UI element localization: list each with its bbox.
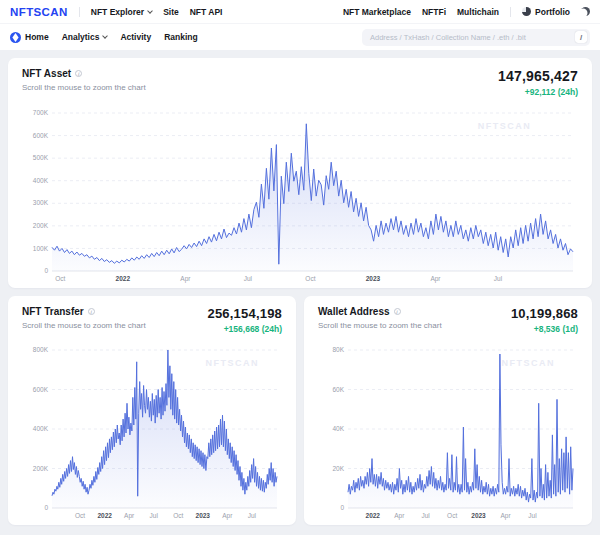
- svg-text:Oct: Oct: [305, 275, 315, 282]
- svg-text:Apr: Apr: [180, 275, 191, 283]
- nav-nftfi[interactable]: NFTFi: [422, 7, 446, 17]
- svg-text:2023: 2023: [366, 275, 381, 282]
- bottom-cards-row: NFT Transfer Scroll the mouse to zoom th…: [8, 296, 592, 525]
- svg-text:40K: 40K: [332, 425, 344, 432]
- card-header: Wallet Address Scroll the mouse to zoom …: [318, 306, 578, 334]
- info-icon[interactable]: [75, 70, 82, 77]
- card-title: NFT Asset: [22, 68, 146, 79]
- card-title: Wallet Address: [318, 306, 442, 317]
- svg-text:Oct: Oct: [447, 512, 457, 519]
- nav-home[interactable]: Home: [10, 32, 49, 43]
- svg-text:300K: 300K: [33, 199, 49, 206]
- svg-text:200K: 200K: [33, 465, 49, 472]
- chevron-down-icon: [103, 33, 109, 39]
- svg-text:NFTSCAN: NFTSCAN: [502, 358, 556, 368]
- card-title: NFT Transfer: [22, 306, 146, 317]
- svg-text:2023: 2023: [196, 512, 211, 519]
- svg-text:100K: 100K: [33, 245, 49, 252]
- nav-nft-explorer[interactable]: NFT Explorer: [91, 7, 152, 17]
- svg-text:Oct: Oct: [173, 512, 183, 519]
- svg-text:Apr: Apr: [500, 512, 511, 520]
- nav-activity[interactable]: Activity: [120, 32, 151, 42]
- nftscan-logo[interactable]: NFTSCAN: [10, 6, 68, 18]
- nav-portfolio[interactable]: Portfolio: [522, 7, 570, 17]
- svg-text:0: 0: [340, 504, 344, 511]
- nft-asset-total-value: 147,965,427: [498, 68, 578, 84]
- svg-text:Jul: Jul: [150, 512, 159, 519]
- svg-text:0: 0: [44, 267, 48, 274]
- svg-text:800K: 800K: [33, 346, 49, 353]
- card-subtitle: Scroll the mouse to zoom the chart: [22, 321, 146, 330]
- chevron-down-icon: [147, 8, 153, 14]
- nft-asset-chart[interactable]: 0100K200K300K400K500K600K700KNFTSCANOct2…: [22, 99, 578, 284]
- svg-text:Jul: Jul: [494, 275, 503, 282]
- search-input[interactable]: Address / TxHash / Collection Name / .et…: [362, 29, 590, 46]
- nft-asset-change-badge: +92,112 (24h): [498, 87, 578, 97]
- svg-text:NFTSCAN: NFTSCAN: [206, 358, 260, 368]
- card-header: NFT Transfer Scroll the mouse to zoom th…: [22, 306, 282, 334]
- svg-text:Jul: Jul: [248, 512, 257, 519]
- svg-text:200K: 200K: [33, 222, 49, 229]
- info-icon[interactable]: [88, 308, 95, 315]
- svg-text:700K: 700K: [33, 109, 49, 116]
- svg-text:Apr: Apr: [394, 512, 405, 520]
- nft-transfer-chart[interactable]: 0200K400K600K800KNFTSCANOct2022AprJulOct…: [22, 336, 282, 521]
- divider: [510, 7, 511, 17]
- svg-text:Jul: Jul: [421, 512, 430, 519]
- nav-multichain[interactable]: Multichain: [457, 7, 499, 17]
- dark-mode-toggle-moon-icon[interactable]: [581, 7, 590, 16]
- slash-shortcut-badge: /: [575, 31, 587, 43]
- svg-text:Jul: Jul: [528, 512, 537, 519]
- svg-text:Oct: Oct: [55, 275, 65, 282]
- nft-asset-card: NFT Asset Scroll the mouse to zoom the c…: [8, 58, 592, 288]
- svg-text:2022: 2022: [116, 275, 131, 282]
- svg-text:600K: 600K: [33, 386, 49, 393]
- svg-text:Apr: Apr: [430, 275, 441, 283]
- nft-transfer-change-badge: +156,668 (24h): [208, 324, 283, 334]
- search-placeholder: Address / TxHash / Collection Name / .et…: [370, 33, 575, 42]
- svg-text:2023: 2023: [471, 512, 486, 519]
- svg-text:NFTSCAN: NFTSCAN: [478, 121, 532, 131]
- nav-nft-marketplace[interactable]: NFT Marketplace: [343, 7, 411, 17]
- info-icon[interactable]: [394, 308, 401, 315]
- wallet-address-chart[interactable]: 020K40K60K80KNFTSCAN2022AprJulOct2023Apr…: [318, 336, 578, 521]
- nft-transfer-card: NFT Transfer Scroll the mouse to zoom th…: [8, 296, 296, 525]
- svg-text:0: 0: [44, 504, 48, 511]
- svg-text:Jul: Jul: [244, 275, 253, 282]
- svg-text:Apr: Apr: [222, 512, 233, 520]
- nft-transfer-total-value: 256,154,198: [208, 306, 283, 321]
- svg-text:60K: 60K: [332, 386, 344, 393]
- wallet-address-change-badge: +8,536 (1d): [511, 324, 578, 334]
- divider: [79, 7, 80, 17]
- ethereum-chain-icon: [10, 32, 21, 43]
- svg-text:2022: 2022: [366, 512, 381, 519]
- svg-text:500K: 500K: [33, 154, 49, 161]
- svg-text:20K: 20K: [332, 465, 344, 472]
- nav-site[interactable]: Site: [163, 7, 179, 17]
- svg-text:Oct: Oct: [75, 512, 85, 519]
- svg-text:80K: 80K: [332, 346, 344, 353]
- wallet-address-card: Wallet Address Scroll the mouse to zoom …: [304, 296, 592, 525]
- card-header: NFT Asset Scroll the mouse to zoom the c…: [22, 68, 578, 97]
- svg-text:2022: 2022: [97, 512, 112, 519]
- nav-nft-api[interactable]: NFT API: [190, 7, 223, 17]
- pie-chart-icon: [522, 7, 531, 16]
- dashboard-content: NFT Asset Scroll the mouse to zoom the c…: [0, 50, 600, 533]
- svg-text:Apr: Apr: [124, 512, 135, 520]
- card-subtitle: Scroll the mouse to zoom the chart: [318, 321, 442, 330]
- svg-text:400K: 400K: [33, 425, 49, 432]
- wallet-address-total-value: 10,199,868: [511, 306, 578, 321]
- nav-analytics[interactable]: Analytics: [62, 32, 108, 42]
- secondary-navigation-bar: Home Analytics Activity Ranking Address …: [0, 23, 600, 50]
- card-subtitle: Scroll the mouse to zoom the chart: [22, 83, 146, 92]
- nav-ranking[interactable]: Ranking: [164, 32, 198, 42]
- svg-text:400K: 400K: [33, 177, 49, 184]
- svg-text:600K: 600K: [33, 132, 49, 139]
- top-navigation-bar: NFTSCAN NFT Explorer Site NFT API NFT Ma…: [0, 0, 600, 23]
